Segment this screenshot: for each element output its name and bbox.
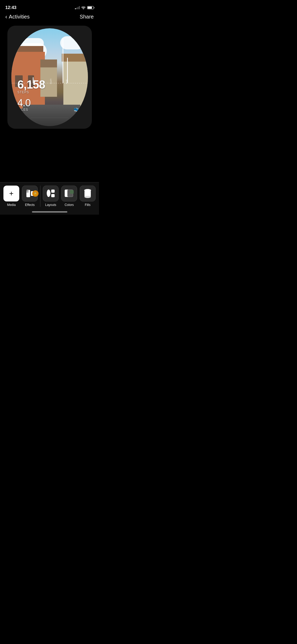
colors-label: Colors [65,203,74,207]
status-icons [75,6,94,9]
battery-icon [87,6,94,9]
steps-number: 6,158 [17,79,45,90]
miles-number: 4.0 [17,98,45,108]
chevron-left-icon: ‹ [5,14,7,20]
colors-icon [65,189,74,198]
layouts-label: Layouts [45,203,56,207]
oval-frame: 6AM 12PM 6PM 6,158 STEPS 4.0 MILES 👟 [11,28,88,126]
chart-bar-medium [67,58,68,83]
bottom-toolbar: + Media 🔒 Effects [0,182,99,215]
toolbar-item-colors[interactable]: Colors [60,186,78,207]
layouts-icon [47,190,55,197]
toolbar-item-media[interactable]: + Media [2,186,21,207]
layouts-icon-box [43,186,59,201]
home-indicator [32,211,67,213]
toolbar-item-layouts[interactable]: Layouts [41,186,60,207]
fills-icon [84,189,92,198]
signal-icon [75,6,80,9]
status-time: 12:43 [5,5,16,10]
nav-bar: ‹ Activities Share [0,12,99,23]
toolbar-item-fills[interactable]: Fills [78,186,97,207]
street-background: 6AM 12PM 6PM 6,158 STEPS 4.0 MILES 👟 [11,28,88,126]
stats-overlay: 6,158 STEPS 4.0 MILES [17,79,45,112]
wifi-icon [81,6,86,9]
miles-label: MILES [17,108,45,112]
lock-badge: 🔒 [32,190,39,197]
effects-rect-large [26,190,30,197]
time-label-6pm: 6PM [65,80,68,84]
time-label-12pm: 12PM [50,79,52,84]
back-button[interactable]: ‹ Activities [5,14,30,20]
share-button[interactable]: Share [80,14,94,20]
fills-icon-box [80,186,96,201]
watch-card: 6AM 12PM 6PM 6,158 STEPS 4.0 MILES 👟 [7,26,92,129]
fills-label: Fills [85,203,90,207]
media-icon-box: + [3,186,19,201]
media-label: Media [7,203,16,207]
colors-icon-box [61,186,77,201]
toolbar-item-effects[interactable]: 🔒 Effects [21,186,40,207]
effects-label: Effects [25,203,35,207]
shoe-icon: 👟 [74,105,82,112]
plus-icon: + [9,190,13,197]
status-bar: 12:43 [0,0,99,12]
toolbar-items: + Media 🔒 Effects [0,186,99,207]
chart-bar-tall [63,38,63,83]
main-content: 6AM 12PM 6PM 6,158 STEPS 4.0 MILES 👟 [0,23,99,131]
back-label: Activities [9,14,30,20]
